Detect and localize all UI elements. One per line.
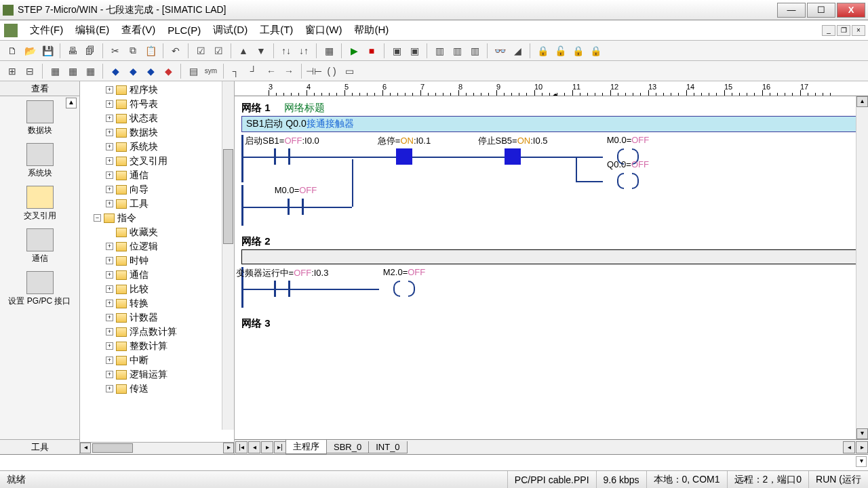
contact-m00[interactable]: M0.0=OFF (275, 199, 316, 215)
maximize-button[interactable]: ☐ (807, 3, 835, 18)
tab-sbr0[interactable]: SBR_0 (326, 441, 369, 453)
tree-expander[interactable]: + (106, 285, 113, 293)
line-left-button[interactable]: ← (263, 63, 279, 79)
tree-item[interactable]: +位逻辑 (81, 239, 233, 253)
tree-item[interactable]: +通信 (81, 168, 233, 182)
paste-button[interactable]: 📋 (142, 43, 159, 59)
menu-tools[interactable]: 工具(T) (254, 22, 298, 38)
tree-expander[interactable]: + (106, 171, 113, 179)
tree-expander[interactable]: + (106, 314, 113, 321)
tab-int0[interactable]: INT_0 (368, 441, 407, 453)
tree-expander[interactable]: + (106, 328, 113, 336)
tree-item[interactable]: +逻辑运算 (81, 367, 233, 382)
tree-item[interactable]: +数据块 (81, 125, 233, 140)
tree-item[interactable]: +符号表 (81, 97, 233, 111)
tree-item[interactable]: +整数计算 (81, 339, 233, 353)
tree-expander[interactable]: + (106, 200, 113, 207)
sym-button[interactable]: sym (203, 63, 219, 79)
lock3-button[interactable]: 🔒 (587, 43, 604, 59)
chart-status-button[interactable]: ▥ (431, 43, 448, 59)
compile-button[interactable]: ☑ (193, 43, 209, 59)
contact-sb1[interactable]: 启动SB1=OFF:I0.0 (262, 148, 302, 165)
open-button[interactable]: 📂 (22, 43, 38, 59)
network-comment-button[interactable]: ▦ (64, 63, 81, 79)
insert-network-button[interactable]: ⊞ (4, 63, 20, 79)
editor-hscroll-right-button[interactable]: ▸ (856, 441, 868, 453)
tree-expander[interactable]: + (106, 157, 113, 165)
tree-expander[interactable]: + (106, 129, 113, 136)
tree-scroll-thumb[interactable] (223, 149, 233, 244)
output-collapse-button[interactable]: ▾ (856, 456, 867, 467)
mdi-close-button[interactable]: × (852, 25, 865, 36)
tree-vscroll[interactable] (222, 81, 234, 430)
tree-expander[interactable]: + (106, 86, 113, 94)
ladder-canvas[interactable]: 网络 1 网络标题 SB1启动 Q0.0接通接触器 启动SB1=OFF:I0.0 (235, 96, 868, 439)
clear-bookmark-button[interactable]: ◆ (160, 63, 176, 79)
single-read-button[interactable]: ▥ (467, 43, 483, 59)
nav-scroll-up-button[interactable]: ▲ (66, 98, 77, 108)
poe-comment-button[interactable]: ▦ (47, 63, 63, 79)
delete-network-button[interactable]: ⊟ (22, 63, 38, 79)
network-2-comment[interactable] (241, 249, 861, 264)
symbol-button[interactable]: ▦ (82, 63, 98, 79)
tab-next-button[interactable]: ▸ (261, 441, 273, 453)
tab-last-button[interactable]: ▸| (274, 441, 286, 453)
contact-sb5[interactable]: 停止SB5=ON:I0.5 (492, 148, 533, 165)
tree-expander[interactable]: + (106, 257, 113, 264)
sort-asc-button[interactable]: ↑↓ (278, 43, 294, 59)
tree-item[interactable]: +工具 (81, 197, 233, 211)
run-button[interactable]: ▶ (346, 43, 362, 59)
editor-scroll-down-button[interactable]: ▾ (856, 428, 868, 439)
menu-view[interactable]: 查看(V) (116, 22, 161, 38)
tree-expander[interactable]: + (106, 186, 113, 193)
lock2-button[interactable]: 🔒 (570, 43, 586, 59)
tree-item[interactable]: +中断 (81, 353, 233, 367)
line-up-button[interactable]: ┘ (245, 63, 262, 79)
close-button[interactable]: X (837, 3, 865, 18)
print-button[interactable]: 🖶 (64, 43, 81, 59)
box-button[interactable]: ▭ (341, 63, 357, 79)
menu-plc[interactable]: PLC(P) (162, 23, 206, 37)
tree-item[interactable]: +时钟 (81, 253, 233, 268)
tree-item[interactable]: +浮点数计算 (81, 325, 233, 339)
coil-button[interactable]: ( ) (323, 63, 340, 79)
tree-hscroll-thumb[interactable] (92, 443, 133, 453)
tree-item[interactable]: 收藏夹 (81, 225, 233, 239)
unlock-button[interactable]: 🔓 (552, 43, 568, 59)
menu-help[interactable]: 帮助(H) (349, 22, 394, 38)
cut-button[interactable]: ✂ (107, 43, 123, 59)
tab-prev-button[interactable]: ◂ (248, 441, 260, 453)
tree-hscroll[interactable]: ◂ ▸ (80, 442, 234, 454)
pause-status-button[interactable]: ▣ (406, 43, 422, 59)
tree-item[interactable]: +向导 (81, 182, 233, 197)
menu-window[interactable]: 窗口(W) (300, 22, 347, 38)
network-1-comment[interactable]: SB1启动 Q0.0接通接触器 (241, 116, 861, 132)
program-status-button[interactable]: ▣ (389, 43, 405, 59)
tree-scroll-right-button[interactable]: ▸ (223, 443, 234, 453)
minimize-button[interactable]: — (777, 3, 806, 18)
tree-item[interactable]: +计数器 (81, 310, 233, 325)
tree-scroll-left-button[interactable]: ◂ (80, 443, 91, 453)
editor-vscroll[interactable]: ▴ ▾ (856, 96, 868, 439)
tree-item[interactable]: +比较 (81, 282, 233, 296)
tree-expander[interactable]: + (106, 342, 113, 350)
tree-item[interactable]: −指令 (81, 211, 233, 225)
line-right-button[interactable]: → (281, 63, 297, 79)
tree-expander[interactable]: − (94, 214, 101, 222)
editor-scroll-up-button[interactable]: ▴ (856, 96, 868, 107)
copy-button[interactable]: ⧉ (125, 43, 141, 59)
menu-edit[interactable]: 编辑(E) (70, 22, 115, 38)
tree-item[interactable]: +通信 (81, 268, 233, 282)
nav-item-pgpc[interactable]: 设置 PG/PC 接口 (0, 267, 79, 310)
tree-item[interactable]: +状态表 (81, 111, 233, 125)
monitor-button[interactable]: 👓 (492, 43, 508, 59)
tree-expander[interactable]: + (106, 300, 113, 307)
undo-button[interactable]: ↶ (167, 43, 184, 59)
menu-debug[interactable]: 调试(D) (208, 22, 253, 38)
sort-desc-button[interactable]: ↓↑ (296, 43, 312, 59)
line-down-button[interactable]: ┐ (228, 63, 244, 79)
bookmark-button[interactable]: ◆ (107, 63, 123, 79)
stop-button[interactable]: ■ (363, 43, 380, 59)
prev-bookmark-button[interactable]: ◆ (142, 63, 159, 79)
tree-expander[interactable]: + (106, 100, 113, 108)
